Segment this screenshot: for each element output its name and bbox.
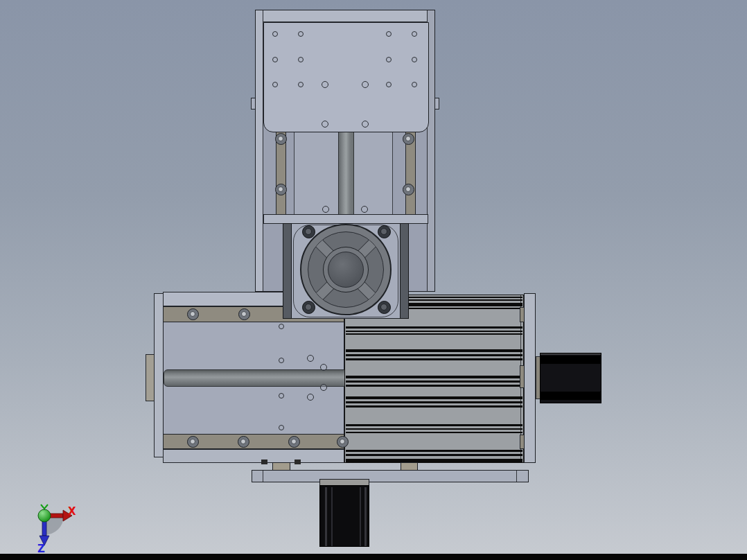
extrusion-groove	[346, 358, 522, 360]
extrusion-groove	[346, 354, 522, 356]
stage-rail-bottom[interactable]	[163, 434, 344, 449]
linear-rail-left[interactable]	[276, 131, 286, 216]
extrusion-groove	[346, 333, 522, 335]
horizontal-lead-screw[interactable]	[164, 369, 346, 387]
motor-stripe	[364, 487, 367, 546]
motor-stripe	[331, 487, 333, 546]
left-end-cap	[154, 293, 164, 457]
stage-bottom-strip	[163, 449, 344, 463]
right-end-plate	[524, 293, 536, 463]
cad-viewport[interactable]: X Z	[0, 0, 747, 560]
extrusion-groove	[346, 380, 522, 383]
base-plate-line-right	[516, 471, 517, 482]
clip-screw-1	[261, 460, 267, 464]
extrusion-groove	[346, 454, 522, 456]
coupling-guard-outer	[300, 224, 392, 315]
extrusion-groove	[346, 432, 522, 433]
connector-band	[541, 356, 601, 364]
carriage-top-plate[interactable]	[263, 22, 429, 132]
extrusion-groove	[346, 326, 522, 329]
motor-connector-block[interactable]	[540, 353, 601, 403]
x-axis-label: X	[68, 505, 76, 518]
vertical-lead-screw[interactable]	[338, 132, 354, 216]
base-plate[interactable]	[252, 470, 529, 482]
connector-band	[541, 392, 601, 400]
base-plate-line-left	[263, 471, 263, 482]
motor-stripe	[360, 487, 361, 546]
linear-rail-right[interactable]	[405, 131, 416, 216]
triad-origin-ball	[38, 509, 51, 522]
coupling-housing[interactable]	[283, 223, 409, 319]
extrusion-groove	[346, 424, 522, 426]
frame-left-wall	[256, 10, 263, 291]
mount-bar-left	[283, 223, 292, 319]
frame-top-strip	[256, 10, 434, 22]
extrusion-groove	[346, 349, 522, 352]
clip-screw-2	[295, 460, 301, 464]
mount-bar-right	[400, 223, 409, 319]
extrusion-groove	[346, 428, 522, 430]
extrusion-groove	[346, 405, 522, 408]
extrusion-groove	[346, 376, 522, 378]
bottom-stepper-motor[interactable]	[319, 485, 369, 547]
extrusion-groove	[346, 450, 522, 452]
y-axis-icon	[41, 505, 48, 509]
extrusion-groove	[346, 459, 522, 463]
bottom-screen-bar	[0, 554, 747, 560]
servo-motor-ribbed-body[interactable]	[344, 295, 524, 463]
extrusion-groove	[346, 396, 522, 399]
motor-stripe	[325, 487, 327, 546]
frame-crossbar	[263, 214, 428, 224]
orientation-triad[interactable]: X Z	[26, 494, 93, 560]
extrusion-groove	[346, 385, 522, 387]
connector-band	[541, 353, 601, 355]
extrusion-groove	[346, 331, 522, 332]
coupling-hub-inner	[328, 252, 364, 288]
extrusion-groove	[346, 401, 522, 403]
